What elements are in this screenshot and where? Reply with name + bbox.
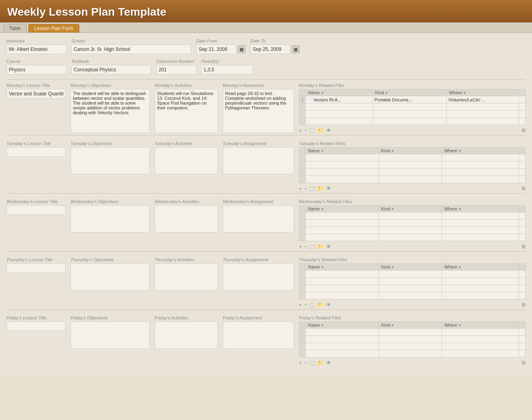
friday-title-input[interactable] [6,321,66,331]
empty-kind-2 [373,111,446,118]
date-to-label: Date To [250,38,300,43]
thursday-col-kind[interactable]: Kind▼ [379,264,441,271]
monday-objectives-textarea[interactable]: The student will be able to distinguish … [71,89,150,133]
wednesday-eye-button[interactable]: 👁 [326,244,331,250]
monday-activities-textarea[interactable]: Students will run Simulations 13: Coconu… [155,89,218,133]
thursday-add-button[interactable]: + [299,302,302,308]
friday-add-button[interactable]: + [299,360,302,366]
tuesday-new-file-button[interactable]: ⬚ [310,185,315,192]
tuesday-add-button[interactable]: + [299,186,302,192]
friday-homework-textarea[interactable] [223,321,294,349]
date-from-calendar-button[interactable]: ▦ [238,45,246,53]
thursday-grid-button[interactable]: ⊞ [522,302,526,307]
thursday-activities-textarea[interactable] [155,263,218,291]
wednesday-objectives-textarea[interactable] [71,205,150,232]
file-row-empty-3 [299,292,526,299]
wednesday-activities-textarea[interactable] [155,205,218,232]
empty-kind-1 [379,162,441,169]
tuesday-homework-textarea[interactable] [223,147,294,174]
classroom-input[interactable] [156,65,196,75]
monday-remove-button[interactable]: − [304,127,308,133]
thursday-remove-button[interactable]: − [304,302,308,308]
date-from-label: Date From [196,38,246,43]
file-row-empty-0 [299,271,526,278]
empty-num-1 [299,220,306,227]
date-to-input[interactable] [250,44,290,54]
friday-col-name[interactable]: Name▼ [306,322,379,329]
thursday-eye-button[interactable]: 👁 [326,302,331,308]
school-input[interactable] [71,44,191,54]
tuesday-col-name[interactable]: Name▼ [306,147,379,154]
wednesday-objectives-label: Wednesday's Objectives [71,199,151,204]
friday-activities-textarea[interactable] [155,321,218,349]
tuesday-col-kind[interactable]: Kind▼ [379,147,441,154]
thursday-homework-textarea[interactable] [223,263,294,291]
friday-objectives-textarea[interactable] [71,321,150,349]
date-from-group: Date From ▦ [196,38,246,54]
form-content: Instructor School Date From ▦ Date To ▦ … [0,33,532,377]
monday-homework-textarea[interactable]: Read pags 28-32 in text. Complete worksh… [223,89,294,133]
thursday-title-label: Thursday's Lesson Title [6,257,66,262]
school-label: School [71,38,191,43]
tuesday-title-input[interactable] [6,147,66,157]
wednesday-remove-button[interactable]: − [304,244,308,250]
file-row-empty-1 [299,162,526,169]
tuesday-eye-button[interactable]: 👁 [326,186,331,192]
thursday-folder-button[interactable]: 📁 [317,302,324,308]
friday-grid-button[interactable]: ⊞ [522,360,526,365]
tuesday-grid-button[interactable]: ⊞ [522,186,526,191]
wednesday-col-where[interactable]: Where▼ [441,206,519,212]
thursday-col-name[interactable]: Name▼ [306,264,379,271]
wednesday-objectives-col: Wednesday's Objectives [71,199,151,232]
course-input[interactable] [6,65,66,75]
friday-col-where[interactable]: Where▼ [441,322,519,329]
wednesday-add-button[interactable]: + [299,244,302,250]
monday-new-file-button[interactable]: ⬚ [310,127,315,133]
empty-extra-2 [519,169,526,176]
wednesday-col-name[interactable]: Name▼ [306,206,379,212]
date-to-calendar-button[interactable]: ▦ [292,45,300,53]
friday-remove-button[interactable]: − [304,360,308,366]
tuesday-activities-textarea[interactable] [155,147,218,174]
thursday-objectives-textarea[interactable] [71,263,150,291]
monday-col-where[interactable]: Where▼ [446,89,519,96]
tuesday-col-rownum [299,147,306,154]
wednesday-title-input[interactable] [6,205,66,215]
tuesday-folder-button[interactable]: 📁 [317,186,324,192]
wednesday-folder-button[interactable]: 📁 [317,244,324,250]
friday-col-kind[interactable]: Kind▼ [379,322,441,329]
monday-eye-button[interactable]: 👁 [326,127,331,133]
tuesday-remove-button[interactable]: − [304,186,308,192]
monday-add-button[interactable]: + [299,127,302,133]
friday-eye-button[interactable]: 👁 [326,360,331,366]
file-row-empty-3 [299,176,526,183]
instructor-input[interactable] [6,44,66,54]
wednesday-grid-button[interactable]: ⊞ [522,244,526,249]
thursday-new-file-button[interactable]: ⬚ [310,301,315,308]
tuesday-col-where[interactable]: Where▼ [441,147,519,154]
file-where-cell-0: /Volumes/LaCle/ ... [446,96,519,103]
periods-input[interactable] [201,65,253,75]
textbook-input[interactable] [71,65,151,75]
wednesday-new-file-button[interactable]: ⬚ [310,243,315,250]
tuesday-objectives-textarea[interactable] [71,147,150,174]
monday-title-input[interactable] [6,89,66,99]
thursday-title-input[interactable] [6,263,66,273]
wednesday-col-kind[interactable]: Kind▼ [379,206,441,212]
file-row-empty-3 [299,234,526,241]
tab-table[interactable]: Table [3,24,27,32]
tuesday-files-section: Tuesday's Related Files Name▼ Kind▼ Wher… [299,141,526,192]
empty-name-3 [306,234,379,241]
empty-where-0 [441,212,519,220]
wednesday-homework-textarea[interactable] [223,205,294,232]
monday-folder-button[interactable]: 📁 [317,127,324,133]
date-from-input[interactable] [196,44,236,54]
thursday-col-where[interactable]: Where▼ [441,264,519,271]
friday-folder-button[interactable]: 📁 [317,360,324,366]
empty-name-3 [306,350,379,357]
monday-grid-button[interactable]: ⊞ [522,127,526,133]
friday-new-file-button[interactable]: ⬚ [310,359,315,366]
monday-col-kind[interactable]: Kind▼ [373,89,446,96]
monday-col-name[interactable]: Name▼ [306,89,373,96]
tab-lesson-plan-form[interactable]: Lesson Plan Form [28,24,79,32]
